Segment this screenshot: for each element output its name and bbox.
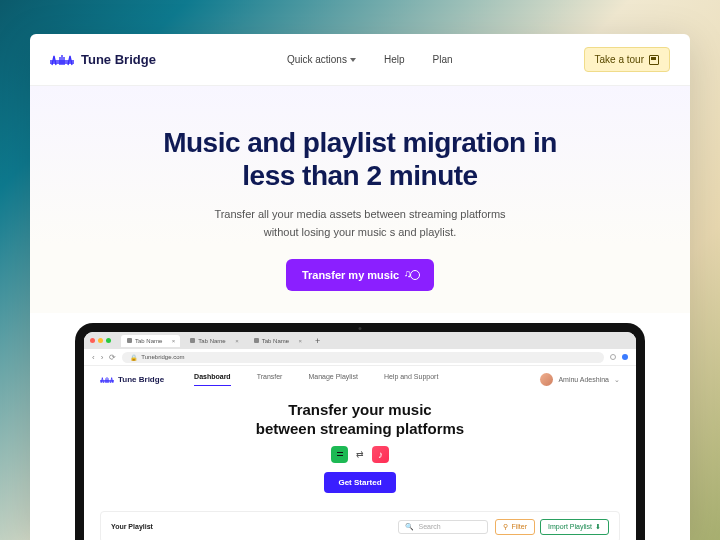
new-tab-button[interactable]: +	[311, 336, 324, 346]
browser-url-bar: ‹ › ⟳ 🔒 Tunebridge.com	[84, 349, 636, 366]
nav-quick-actions[interactable]: Quick actions	[287, 54, 356, 65]
user-menu[interactable]: Aminu Adeshina ⌄	[540, 373, 620, 386]
brand-name: Tune Bridge	[81, 52, 156, 67]
profile-icon[interactable]	[622, 354, 628, 360]
laptop-screen: Tab Name × Tab Name × Tab Name × +	[84, 332, 636, 540]
laptop-mockup: Tab Name × Tab Name × Tab Name × +	[30, 313, 690, 540]
swap-icon: ⇄	[356, 449, 364, 459]
minimize-window-icon[interactable]	[98, 338, 103, 343]
filter-icon: ⚲	[503, 523, 508, 531]
apple-music-icon	[372, 446, 389, 463]
avatar	[540, 373, 553, 386]
nav-links: Quick actions Help Plan	[287, 54, 453, 65]
nav-help[interactable]: Help	[384, 54, 405, 65]
app-nav: Tune Bridge Dashboard Transfer Manage Pl…	[84, 366, 636, 393]
playlist-toolbar: Your Playlist 🔍 Search ⚲ Filter Import P…	[100, 511, 620, 540]
brand-logo-icon	[100, 375, 114, 385]
chevron-down-icon: ⌄	[614, 376, 620, 384]
url-input[interactable]: 🔒 Tunebridge.com	[122, 352, 604, 363]
search-icon: 🔍	[405, 523, 414, 531]
search-input[interactable]: 🔍 Search	[398, 520, 488, 534]
laptop-frame: Tab Name × Tab Name × Tab Name × +	[75, 323, 645, 540]
user-name: Aminu Adeshina	[558, 376, 609, 383]
download-icon: ⬇	[595, 523, 601, 531]
close-tab-icon[interactable]: ×	[172, 338, 176, 344]
spotify-icon	[331, 446, 348, 463]
browser-tab[interactable]: Tab Name ×	[248, 335, 307, 347]
tab-favicon-icon	[127, 338, 132, 343]
music-disc-icon	[406, 270, 418, 280]
get-started-button[interactable]: Get Started	[324, 472, 395, 493]
hero: Music and playlist migration in less tha…	[30, 86, 690, 313]
brand[interactable]: Tune Bridge	[50, 52, 156, 68]
forward-icon[interactable]: ›	[101, 353, 104, 362]
tab-dashboard[interactable]: Dashboard	[194, 373, 231, 386]
tab-favicon-icon	[190, 338, 195, 343]
chevron-down-icon	[350, 58, 356, 62]
take-tour-button[interactable]: Take a tour	[584, 47, 670, 72]
extension-icon[interactable]	[610, 354, 616, 360]
lock-icon: 🔒	[130, 354, 137, 361]
tab-favicon-icon	[254, 338, 259, 343]
landing-page: Tune Bridge Quick actions Help Plan Take…	[30, 34, 690, 540]
back-icon[interactable]: ‹	[92, 353, 95, 362]
platform-icons: ⇄	[104, 446, 616, 463]
app-hero: Transfer your music between streaming pl…	[84, 393, 636, 503]
app-tabs: Dashboard Transfer Manage Playlist Help …	[194, 373, 438, 386]
transfer-music-button[interactable]: Transfer my music	[286, 259, 434, 291]
tab-manage-playlist[interactable]: Manage Playlist	[308, 373, 357, 386]
brand-logo-icon	[50, 52, 74, 68]
top-nav: Tune Bridge Quick actions Help Plan Take…	[30, 34, 690, 86]
hero-title: Music and playlist migration in less tha…	[70, 126, 650, 192]
nav-plan[interactable]: Plan	[432, 54, 452, 65]
filter-button[interactable]: ⚲ Filter	[495, 519, 535, 535]
app-hero-title: Transfer your music between streaming pl…	[104, 401, 616, 439]
traffic-lights	[90, 338, 111, 343]
tab-transfer[interactable]: Transfer	[257, 373, 283, 386]
close-window-icon[interactable]	[90, 338, 95, 343]
hero-subtitle: Transfer all your media assets between s…	[70, 206, 650, 241]
reload-icon[interactable]: ⟳	[109, 353, 116, 362]
playlist-title: Your Playlist	[111, 523, 153, 530]
app-brand[interactable]: Tune Bridge	[100, 375, 164, 385]
flag-icon	[649, 55, 659, 65]
maximize-window-icon[interactable]	[106, 338, 111, 343]
close-tab-icon[interactable]: ×	[235, 338, 239, 344]
browser-tab[interactable]: Tab Name ×	[121, 335, 180, 347]
tab-help-support[interactable]: Help and Support	[384, 373, 438, 386]
close-tab-icon[interactable]: ×	[299, 338, 303, 344]
browser-tab[interactable]: Tab Name ×	[184, 335, 243, 347]
browser-tab-bar: Tab Name × Tab Name × Tab Name × +	[84, 332, 636, 349]
import-playlist-button[interactable]: Import Playlist ⬇	[540, 519, 609, 535]
